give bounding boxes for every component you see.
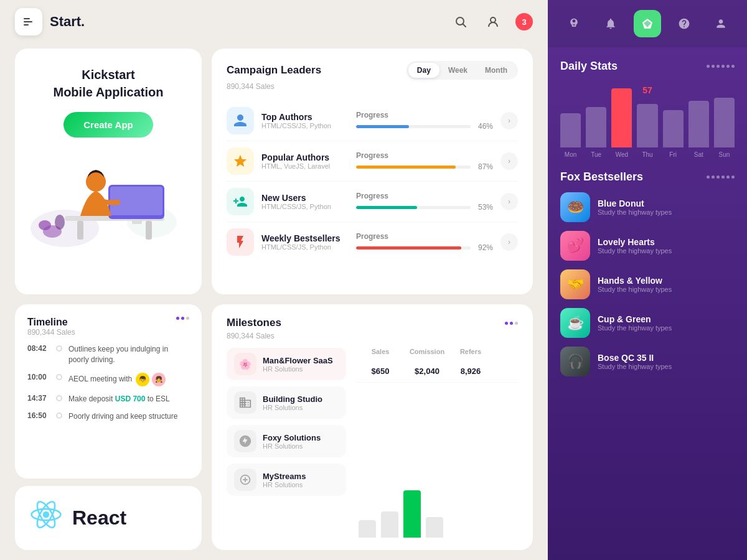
campaign-row-new-users: New Users HTML/CSS/JS, Python Progress 5… <box>227 182 518 222</box>
user-icon[interactable] <box>483 12 503 32</box>
daily-stats-title: Daily Stats <box>560 60 618 73</box>
sidebar-content: Daily Stats 57 Mon <box>548 47 747 560</box>
label-thu: Thu <box>637 151 657 158</box>
logo-icon <box>15 8 42 35</box>
label-tue: Tue <box>586 151 606 158</box>
milestone-man-flower-stats: $650 $2,040 8,926 <box>356 360 518 383</box>
label-mon: Mon <box>560 151 581 158</box>
svg-point-16 <box>39 220 51 230</box>
campaign-header: Campaign Leaders Day Week Month <box>227 61 518 80</box>
weekly-bestsellers-tech: HTML/CSS/JS, Python <box>261 243 349 251</box>
milestones-content: 🌸 Man&Flower SaaS HR Solutions Building … <box>227 348 518 538</box>
logo-text: Start. <box>50 14 85 30</box>
new-users-chevron[interactable]: › <box>500 193 518 210</box>
bar-sun <box>714 98 735 147</box>
sidebar-tab-help[interactable] <box>670 10 698 37</box>
bose-qc35-info: Bose QC 35 II Study the highway types <box>598 353 735 370</box>
weekly-bestsellers-name: Weekly Bestsellers <box>261 233 349 243</box>
svg-rect-2 <box>24 24 29 26</box>
top-authors-chevron[interactable]: › <box>500 112 518 129</box>
create-app-button[interactable]: Create App <box>63 112 153 138</box>
top-authors-progress: Progress 46% <box>356 111 493 131</box>
fox-item-cup-green: ☕ Cup & Green Study the highway types <box>560 308 735 338</box>
label-sun: Sun <box>714 151 735 158</box>
mystreams-info: MyStreams HR Solutions <box>263 472 339 488</box>
tab-month[interactable]: Month <box>476 63 516 78</box>
top-authors-tech: HTML/CSS/JS, Python <box>261 122 349 129</box>
sidebar-tab-fox[interactable] <box>634 10 661 37</box>
chart-bar-1 <box>359 520 376 538</box>
new-users-tech: HTML/CSS/JS, Python <box>261 203 349 210</box>
man-flower-info: Man&Flower SaaS HR Solutions <box>263 356 339 373</box>
cup-green-info: Cup & Green Study the highway types <box>598 314 735 332</box>
notification-badge[interactable]: 3 <box>515 13 533 30</box>
hands-yellow-info: Hands & Yellow Study the highway types <box>598 276 735 293</box>
bar-fri <box>663 110 684 147</box>
fox-item-bose-qc35: 🎧 Bose QC 35 II Study the highway types <box>560 347 735 376</box>
stats-column-headers: Sales Comission Refers <box>356 348 518 355</box>
search-icon[interactable] <box>451 12 471 32</box>
campaign-card: Campaign Leaders Day Week Month 890,344 … <box>212 49 533 294</box>
bar-sat <box>688 101 709 147</box>
sidebar-tab-profile[interactable] <box>707 10 735 37</box>
milestones-bar-chart <box>356 383 518 538</box>
top-authors-icon <box>227 107 254 134</box>
new-users-progress: Progress 53% <box>356 192 493 212</box>
campaign-row-weekly-bestsellers: Weekly Bestsellers HTML/CSS/JS, Python P… <box>227 222 518 262</box>
chart-bar-3 <box>403 490 421 538</box>
cup-green-image: ☕ <box>560 308 590 338</box>
weekly-bestsellers-icon <box>227 228 254 256</box>
daily-stats-menu[interactable] <box>707 65 735 68</box>
blue-donut-image: 🍩 <box>560 192 590 222</box>
sidebar-tab-notifications[interactable] <box>597 10 624 37</box>
bose-qc35-image: 🎧 <box>560 347 590 376</box>
kickstart-title: Kickstart Mobile Application <box>53 66 163 101</box>
label-fri: Fri <box>663 151 684 158</box>
svg-point-18 <box>43 511 49 518</box>
milestones-menu[interactable] <box>505 322 518 325</box>
fox-bestsellers-header: Fox Bestsellers <box>560 170 735 184</box>
header-left: Start. <box>15 8 85 35</box>
popular-authors-chevron[interactable]: › <box>500 152 518 170</box>
weekly-bestsellers-chevron[interactable]: › <box>500 233 518 251</box>
tab-day[interactable]: Day <box>408 63 439 78</box>
fox-bestsellers-menu[interactable] <box>707 175 735 179</box>
weekly-bestsellers-progress: Progress 92% <box>356 232 493 252</box>
header-right: 3 <box>451 12 533 32</box>
tab-week[interactable]: Week <box>439 63 476 78</box>
weekly-bestsellers-info: Weekly Bestsellers HTML/CSS/JS, Python <box>261 233 349 251</box>
popular-authors-icon <box>227 147 254 175</box>
new-users-icon <box>227 188 254 215</box>
chart-bar-4 <box>426 517 443 538</box>
svg-rect-10 <box>146 221 152 240</box>
milestones-card: Milestones 890,344 Sales 🌸 Man&Flower Sa… <box>212 304 533 550</box>
popular-authors-progress: Progress 87% <box>356 151 493 171</box>
sidebar-tab-ideas[interactable] <box>560 10 588 37</box>
left-bottom: Timeline 890,344 Sales 08:42 Outlines ke… <box>15 304 202 550</box>
milestones-header: Milestones <box>227 317 518 329</box>
milestone-mystreams: MyStreams HR Solutions <box>227 464 346 496</box>
fox-item-lovely-hearts: 💕 Lovely Hearts Study the highway types <box>560 231 735 261</box>
lovely-hearts-info: Lovely Hearts Study the highway types <box>598 237 735 254</box>
popular-authors-info: Popular Authors HTML, VueJS, Laravel <box>261 152 349 170</box>
fox-bestsellers: Fox Bestsellers 🍩 Blue Donut Study the h… <box>560 170 735 376</box>
milestone-man-flower: 🌸 Man&Flower SaaS HR Solutions <box>227 348 346 380</box>
fox-bestsellers-title: Fox Bestsellers <box>560 170 643 184</box>
blue-donut-info: Blue Donut Study the highway types <box>598 198 735 216</box>
react-label: React <box>72 506 126 530</box>
timeline-menu[interactable] <box>176 317 189 320</box>
react-logo-icon <box>30 498 62 538</box>
chart-peak-value: 57 <box>642 85 652 95</box>
foxy-solutions-icon <box>234 430 256 452</box>
react-card: React <box>15 486 202 550</box>
campaign-row-top-authors: Top Authors HTML/CSS/JS, Python Progress… <box>227 101 518 141</box>
svg-point-5 <box>491 17 496 22</box>
main-content: Kickstart Mobile Application Create App <box>0 44 548 560</box>
new-users-info: New Users HTML/CSS/JS, Python <box>261 193 349 210</box>
man-flower-icon: 🌸 <box>234 353 256 375</box>
milestones-subtitle: 890,344 Sales <box>227 332 518 340</box>
top-authors-info: Top Authors HTML/CSS/JS, Python <box>261 112 349 129</box>
top-authors-name: Top Authors <box>261 112 349 122</box>
timeline-title: Timeline <box>27 317 189 328</box>
milestones-stats-area: Sales Comission Refers $650 $2,040 8,926 <box>356 348 518 538</box>
